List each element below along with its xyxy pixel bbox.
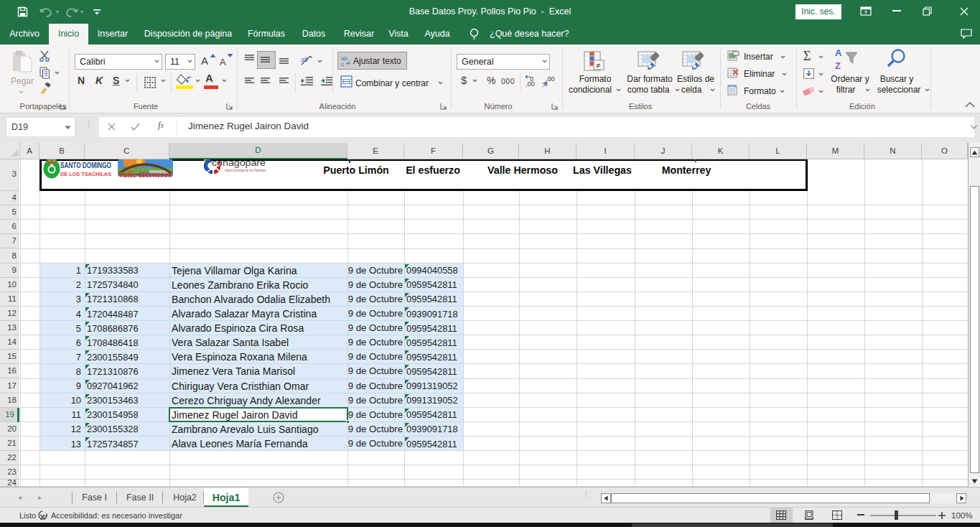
svg-text:Valle Hermoso: Valle Hermoso <box>118 169 172 178</box>
svg-text:ab: ab <box>301 56 308 63</box>
svg-text:≠: ≠ <box>596 61 600 70</box>
svg-text:DE LOS TSACHILAS: DE LOS TSACHILAS <box>60 171 112 177</box>
svg-text:SANTO DOMINGO: SANTO DOMINGO <box>60 161 111 169</box>
svg-text:,00: ,00 <box>526 80 535 88</box>
svg-text:conagopare: conagopare <box>212 159 266 168</box>
svg-text:c: c <box>341 61 344 66</box>
svg-text:Santo Domingo de los Tsáchilas: Santo Domingo de los Tsáchilas <box>225 168 266 172</box>
